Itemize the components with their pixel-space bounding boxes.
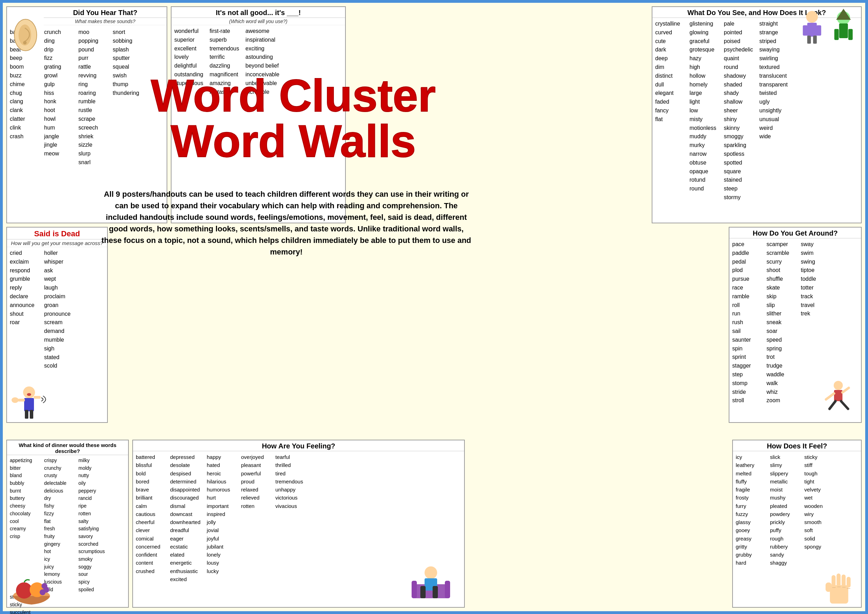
- word-item: stroll: [732, 396, 760, 405]
- word-item: dim: [655, 63, 683, 72]
- word-item: mushy: [770, 493, 798, 502]
- word-item: delicious: [44, 487, 72, 495]
- word-item: trudge: [767, 361, 795, 371]
- word-item: clang: [10, 97, 38, 106]
- word-item: flat: [44, 518, 72, 526]
- svg-rect-16: [18, 399, 25, 402]
- word-item: heroic: [207, 470, 235, 478]
- said-title: Said is Dead: [7, 228, 107, 239]
- title-line1: Word Cluster: [101, 73, 486, 118]
- word-item: dry: [44, 495, 72, 502]
- word-item: scrumptious: [78, 548, 106, 555]
- word-item: toddle: [801, 275, 829, 284]
- svg-line-26: [829, 401, 835, 409]
- word-item: tiptoe: [801, 266, 829, 275]
- word-item: curved: [655, 28, 683, 37]
- word-item: ramble: [732, 292, 760, 301]
- feel-col2: slickslimyslipperymetallicmoistmushyplea…: [770, 453, 798, 567]
- word-item: ripe: [78, 502, 106, 510]
- word-item: hoot: [44, 106, 72, 115]
- word-item: succulent: [10, 609, 45, 614]
- word-item: clever: [136, 526, 164, 534]
- word-item: slick: [770, 453, 798, 461]
- word-item: crystalline: [655, 20, 683, 28]
- word-item: milky: [78, 457, 106, 465]
- word-item: jolly: [207, 518, 235, 526]
- title-line2: Word Walls: [101, 118, 486, 164]
- word-item: meow: [44, 149, 72, 158]
- word-item: excellent: [174, 45, 203, 53]
- word-item: fancy: [655, 106, 683, 115]
- svg-point-21: [27, 393, 31, 396]
- word-item: sail: [732, 327, 760, 336]
- word-item: brilliant: [136, 493, 164, 502]
- word-item: gingery: [44, 541, 72, 548]
- word-item: sway: [801, 240, 829, 249]
- word-item: icy: [44, 555, 72, 563]
- word-item: first-rate: [210, 27, 239, 36]
- word-item: roll: [732, 301, 760, 310]
- word-item: whiz: [767, 388, 795, 397]
- word-item: pale: [724, 20, 753, 28]
- word-item: lousy: [207, 559, 235, 567]
- word-item: spoiled: [78, 586, 106, 594]
- word-item: glassy: [736, 518, 764, 526]
- word-item: faded: [655, 98, 683, 106]
- feelings-col5: tearfulthrilledtiredtremendousunhappyvic…: [276, 453, 304, 583]
- word-item: proud: [241, 478, 269, 485]
- word-item: slippery: [770, 470, 798, 478]
- word-item: distinct: [655, 72, 683, 81]
- word-item: quaint: [724, 54, 753, 63]
- word-item: awesome: [245, 27, 279, 36]
- word-item: skip: [767, 292, 795, 301]
- word-item: buzz: [10, 71, 38, 80]
- feel-col3: stickystifftoughtightvelvetywetwoodenwir…: [804, 453, 832, 567]
- word-item: humorous: [207, 485, 235, 493]
- word-item: soar: [767, 327, 795, 336]
- word-item: appetizing: [10, 457, 38, 465]
- word-item: savory: [78, 533, 106, 541]
- word-item: bubbly: [10, 479, 38, 487]
- word-item: icy: [736, 453, 764, 461]
- word-item: gooey: [736, 526, 764, 534]
- word-item: chocolaty: [10, 510, 38, 518]
- word-item: hot: [44, 548, 72, 555]
- word-item: slither: [767, 309, 795, 318]
- svg-rect-18: [25, 410, 28, 419]
- word-item: greasy: [736, 535, 764, 543]
- word-item: opaque: [690, 167, 718, 176]
- word-item: blissful: [136, 461, 164, 469]
- word-item: swim: [801, 249, 829, 257]
- word-item: desolate: [170, 461, 200, 469]
- word-item: deep: [655, 54, 683, 63]
- svg-point-33: [42, 583, 48, 589]
- word-item: powerful: [241, 470, 269, 478]
- svg-line-25: [842, 388, 849, 392]
- said-section: Said is Dead How will you get your messa…: [6, 227, 108, 423]
- word-item: fizzy: [44, 510, 72, 518]
- svg-rect-15: [24, 398, 34, 411]
- word-item: whisper: [44, 257, 72, 267]
- word-item: beep: [10, 54, 38, 63]
- word-item: pleasant: [241, 461, 269, 469]
- word-item: stomp: [732, 379, 760, 388]
- word-item: metallic: [770, 478, 798, 485]
- word-item: spotted: [724, 158, 753, 167]
- svg-rect-12: [807, 36, 811, 44]
- word-item: enthusiastic: [170, 567, 200, 575]
- svg-point-37: [425, 566, 437, 579]
- word-item: powdery: [770, 510, 798, 518]
- word-item: lucky: [207, 567, 235, 575]
- word-item: cried: [10, 249, 38, 257]
- word-item: sigh: [44, 344, 72, 353]
- word-item: spicy: [78, 578, 106, 586]
- sound-subtitle: What makes these sounds?: [44, 18, 167, 25]
- word-item: scream: [44, 318, 72, 327]
- word-item: joyful: [207, 535, 235, 543]
- word-item: boom: [10, 63, 38, 71]
- word-item: bland: [10, 472, 38, 479]
- word-item: hard: [736, 559, 764, 567]
- svg-rect-17: [34, 396, 40, 399]
- word-item: battered: [136, 453, 164, 461]
- feelings-col2: depresseddesolatedespiseddetermineddisap…: [170, 453, 200, 583]
